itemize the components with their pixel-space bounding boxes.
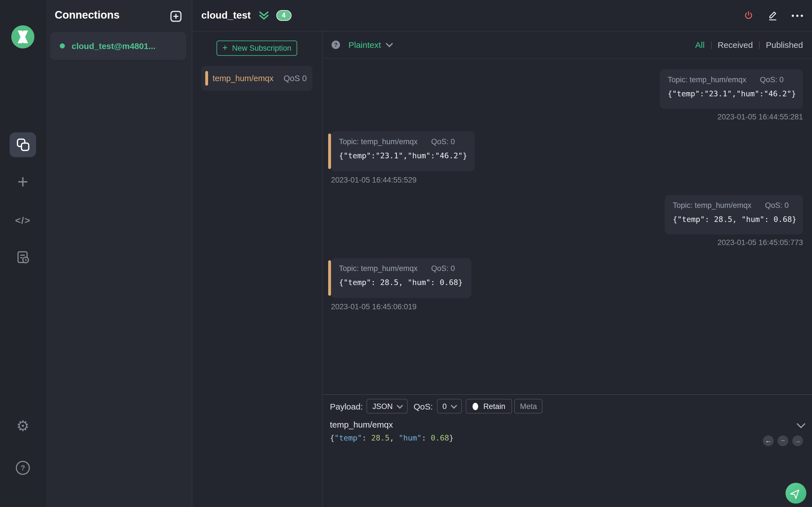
subscription-item[interactable]: temp_hum/emqx QoS 0: [201, 66, 312, 91]
app-window: + </> ⚙ ? Connections: [0, 0, 812, 507]
filter-divider: [759, 41, 760, 49]
payload-type-value: JSON: [372, 402, 393, 410]
new-subscription-button[interactable]: + New Subscription: [216, 41, 297, 56]
chevron-down-icon: [397, 402, 403, 409]
settings-gear-icon: ⚙: [16, 417, 30, 434]
sidebar-item-script[interactable]: </>: [0, 215, 46, 226]
chevron-down-icon: [386, 40, 393, 47]
mqttx-logo-mark: [11, 25, 35, 48]
editor-token: "temp": [335, 433, 362, 442]
editor-token: 28.5: [371, 433, 389, 442]
double-chevron-down-icon: [259, 11, 269, 20]
connections-panel: Connections cloud_test@m4801...: [46, 0, 192, 507]
subscription-qos: QoS 0: [284, 74, 307, 83]
meta-button[interactable]: Meta: [514, 399, 543, 413]
payload-editor[interactable]: {"temp": 28.5, "hum": 0.68}: [330, 433, 454, 442]
send-paper-plane-icon: [788, 486, 804, 501]
filter-published[interactable]: Published: [766, 40, 803, 50]
message-timestamp: 2023-01-05 16:44:55:529: [331, 176, 416, 184]
disconnect-button[interactable]: [743, 10, 754, 21]
edit-connection-button[interactable]: [767, 10, 778, 21]
message-topic: Topic: temp_hum/emqx: [673, 201, 751, 210]
message-payload: {"temp":"23.1","hum":"46.2"}: [339, 151, 467, 160]
qos-label: QoS:: [414, 401, 433, 411]
message-bubble-received: Topic: temp_hum/emqx QoS: 0 {"temp":"23.…: [331, 131, 475, 171]
message-area: ? Plaintext All Received Published Topic…: [322, 32, 812, 507]
send-button[interactable]: [785, 483, 806, 504]
publish-panel: Payload: JSON QoS: 0 Retain Meta: [322, 394, 812, 507]
connection-list-item[interactable]: cloud_test@m4801...: [50, 32, 186, 60]
sidebar-item-help[interactable]: ?: [0, 461, 46, 475]
message-qos: QoS: 0: [765, 201, 789, 210]
retain-toggle[interactable]: Retain: [466, 399, 512, 413]
qos-value: 0: [442, 402, 447, 410]
more-options-button[interactable]: [792, 14, 803, 17]
message-toolbar: ? Plaintext All Received Published: [322, 32, 812, 59]
publish-options-row: Payload: JSON QoS: 0 Retain Meta: [330, 399, 543, 413]
editor-token: :: [362, 433, 371, 442]
message-timestamp: 2023-01-05 16:45:06:019: [331, 302, 416, 311]
subscription-topic: temp_hum/emqx: [213, 74, 273, 83]
editor-token: {: [330, 433, 335, 442]
collapse-panel-button[interactable]: [259, 11, 269, 20]
editor-token: ,: [389, 433, 399, 442]
editor-token: 0.68: [431, 433, 449, 442]
qos-select[interactable]: 0: [437, 399, 462, 413]
message-bubble-published: Topic: temp_hum/emqx QoS: 0 {"temp": 28.…: [665, 195, 803, 234]
history-prev-button[interactable]: ←: [763, 436, 774, 446]
app-sidebar: + </> ⚙ ?: [0, 0, 46, 507]
message-count-badge: 4: [276, 10, 291, 21]
message-payload: {"temp": 28.5, "hum": 0.68}: [673, 215, 795, 224]
new-subscription-label: New Subscription: [232, 44, 291, 52]
history-remove-button[interactable]: −: [777, 436, 788, 446]
message-topic: Topic: temp_hum/emqx: [339, 137, 417, 146]
ellipsis-icon: [792, 14, 803, 17]
connection-name: cloud_test@m4801...: [71, 41, 156, 51]
topic-input[interactable]: temp_hum/emqx: [330, 420, 393, 429]
filter-received[interactable]: Received: [718, 40, 753, 50]
received-accent-bar: [328, 260, 331, 296]
plus-icon: +: [17, 171, 29, 192]
log-icon: [15, 250, 30, 265]
connection-title: cloud_test: [201, 10, 251, 21]
add-connection-button[interactable]: [170, 11, 182, 22]
payload-type-select[interactable]: JSON: [367, 399, 408, 413]
editor-token: "hum": [399, 433, 421, 442]
received-accent-bar: [328, 133, 331, 169]
message-topic: Topic: temp_hum/emqx: [668, 75, 746, 84]
mqttx-logo: [11, 25, 35, 48]
connections-panel-title: Connections: [55, 9, 119, 21]
filter-all[interactable]: All: [695, 40, 705, 50]
sidebar-item-settings[interactable]: ⚙: [0, 418, 46, 434]
collapse-editor-chevron-icon[interactable]: [797, 419, 805, 428]
message-filters: All Received Published: [695, 40, 803, 50]
message-topic: Topic: temp_hum/emqx: [339, 264, 417, 273]
editor-token: :: [421, 433, 431, 442]
retain-label: Retain: [483, 402, 505, 410]
connection-status-dot: [60, 43, 65, 48]
edit-pencil-icon: [767, 10, 778, 21]
message-timestamp: 2023-01-05 16:45:05:773: [718, 238, 803, 247]
message-timestamp: 2023-01-05 16:44:55:281: [718, 113, 803, 121]
payload-help-icon[interactable]: ?: [332, 41, 340, 49]
help-question-icon: ?: [16, 461, 30, 475]
subscription-color-bar: [205, 71, 208, 86]
subscriptions-panel: + New Subscription temp_hum/emqx QoS 0: [192, 32, 322, 507]
sidebar-item-connections[interactable]: [10, 132, 36, 157]
meta-label: Meta: [520, 402, 537, 410]
message-qos: QoS: 0: [431, 137, 455, 146]
plus-icon: +: [222, 43, 228, 53]
connections-icon: [16, 138, 30, 152]
sidebar-item-log[interactable]: [0, 250, 46, 267]
payload-format-select[interactable]: Plaintext: [349, 40, 381, 50]
chevron-down-icon: [451, 402, 457, 409]
message-payload: {"temp":"23.1","hum":"46.2"}: [668, 89, 795, 98]
message-bubble-received: Topic: temp_hum/emqx QoS: 0 {"temp": 28.…: [331, 258, 471, 298]
message-payload: {"temp": 28.5, "hum": 0.68}: [339, 278, 463, 287]
sidebar-item-new-connection[interactable]: +: [0, 171, 46, 193]
message-qos: QoS: 0: [760, 75, 783, 84]
power-icon: [743, 10, 754, 21]
code-icon: </>: [15, 215, 31, 226]
history-next-button[interactable]: →: [792, 436, 803, 446]
connection-topbar: cloud_test 4: [192, 0, 812, 32]
